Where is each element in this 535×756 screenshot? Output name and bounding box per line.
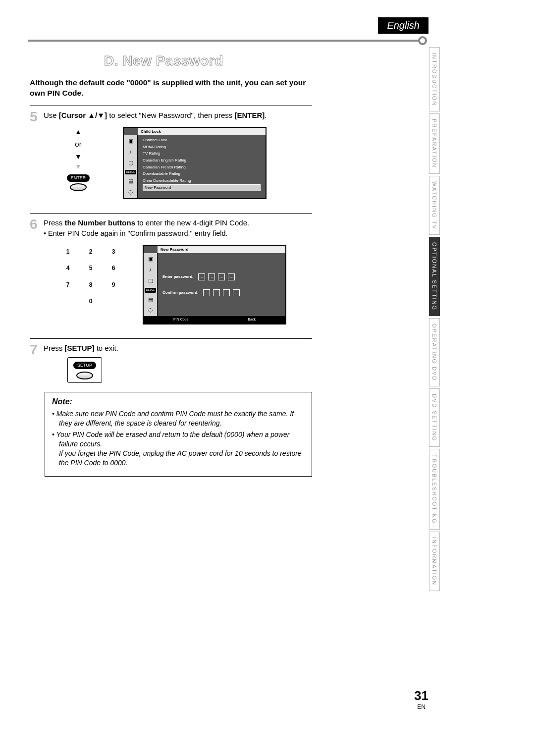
enter-label: [ENTER]	[234, 111, 265, 119]
tv-screen-newpassword: New Password ▣ ♪ ▢ DETAIL ▤ ◌ Enter	[143, 245, 286, 324]
screen-title: New Password	[158, 246, 285, 254]
pin-box: –	[223, 289, 230, 296]
key-8: 8	[86, 281, 95, 289]
number-keypad-diagram: 1 2 3 4 5 6 7 8 9 0	[63, 245, 118, 306]
section-tabs: INTRODUCTION PREPARATION WATCHING TV OPT…	[429, 47, 442, 593]
screen-sidebar: ▣ ♪ ▢ DETAIL ▤ ◌	[124, 135, 138, 198]
menu-item-selected: New Password	[143, 184, 261, 191]
menu-item: Downloadable Rating	[143, 171, 261, 177]
note-line: Your PIN Code will be erased and return …	[56, 431, 290, 448]
text: to enter the new 4-digit PIN Code.	[135, 218, 249, 227]
setup-label-icon: SETUP	[73, 362, 96, 369]
note-box: Note: Make sure new PIN Code and confirm…	[45, 392, 312, 477]
disk-icon: ◌	[148, 306, 153, 314]
key-1: 1	[63, 248, 72, 256]
key-3: 3	[109, 248, 118, 256]
tab-introduction: INTRODUCTION	[429, 47, 440, 111]
flag-icon: ▢	[148, 277, 153, 285]
section-heading: D. New Password	[104, 53, 515, 69]
menu-item: TV Rating	[143, 151, 261, 157]
step-6: 6 Press the Number buttons to enter the …	[30, 217, 312, 333]
or-label: or	[63, 139, 93, 150]
text: .	[265, 111, 267, 119]
down-arrow-dim-icon: ▼	[63, 162, 93, 171]
confirm-password-row: Confirm password. – – – –	[162, 289, 280, 296]
text: to select "New Password", then press	[107, 111, 234, 119]
setup-button-diagram: SETUP	[67, 357, 102, 383]
manual-page: English INTRODUCTION PREPARATION WATCHIN…	[0, 0, 535, 756]
step-number: 6	[30, 217, 44, 333]
figure-row: 1 2 3 4 5 6 7 8 9 0 New Password ▣	[63, 245, 312, 324]
step-7: 7 Press [SETUP] to exit. SETUP	[30, 343, 312, 383]
page-footer: 31 EN	[414, 688, 428, 710]
text: to exit.	[95, 344, 118, 352]
note-bullet: Your PIN Code will be erased and return …	[52, 430, 305, 468]
tab-watching-tv: WATCHING TV	[429, 176, 440, 235]
tv-screen-childlock: Child Lock ▣ ♪ ▢ DETAIL ▤ ◌ Channel Lock	[123, 127, 267, 200]
text: Press	[44, 344, 65, 352]
pin-box: –	[198, 273, 205, 280]
screen-sidebar: ▣ ♪ ▢ DETAIL ▤ ◌	[144, 253, 158, 316]
step-text: Press [SETUP] to exit. SETUP	[44, 343, 312, 383]
menu-item: MPAA Rating	[143, 144, 261, 150]
step-divider	[30, 338, 312, 339]
pa-icon: ▣	[128, 137, 133, 145]
doc-icon: ▤	[128, 177, 133, 185]
enter-button-icon: ENTER	[67, 174, 90, 182]
section-intro: Although the default code "0000" is supp…	[30, 78, 307, 99]
key-7: 7	[63, 281, 72, 289]
key-2: 2	[86, 248, 95, 256]
menu-item: Canadian French Rating	[143, 164, 261, 170]
step-divider	[30, 106, 312, 106]
menu-item: Canadian English Rating	[143, 158, 261, 163]
cursor-label: [Cursor ▲/▼]	[59, 111, 107, 119]
step-text: Press the Number buttons to enter the ne…	[44, 217, 312, 333]
pin-box: –	[203, 289, 210, 296]
key-icon: ♪	[149, 266, 152, 274]
tab-optional-setting: OPTIONAL SETTING	[429, 237, 440, 316]
disk-icon: ◌	[128, 188, 133, 196]
screen-title: Child Lock	[138, 128, 266, 136]
up-arrow-icon: ▲	[63, 127, 93, 137]
page-lang-code: EN	[414, 703, 426, 710]
key-5: 5	[86, 264, 95, 272]
page-number: 31	[414, 688, 428, 703]
down-arrow-icon: ▼	[63, 152, 93, 162]
pin-box: –	[218, 273, 225, 280]
footer-pincode: PIN Code	[173, 317, 188, 322]
footer-back: Back	[248, 317, 256, 322]
doc-icon: ▤	[148, 296, 153, 304]
step-divider	[30, 213, 312, 214]
step-5: 5 Use [Cursor ▲/▼] to select "New Passwo…	[30, 110, 312, 208]
step-number: 5	[30, 110, 44, 208]
password-entry: Enter password. – – – – Confirm password…	[158, 253, 285, 316]
bold-text: [SETUP]	[65, 344, 95, 352]
menu-item: Channel Lock	[143, 137, 261, 143]
key-0: 0	[86, 297, 95, 306]
step-number: 7	[30, 343, 44, 383]
language-tab: English	[378, 17, 428, 34]
bold-text: the Number buttons	[65, 218, 136, 227]
text: Press	[44, 218, 65, 227]
note-line: If you forget the PIN Code, unplug the A…	[59, 449, 302, 467]
enter-password-row: Enter password. – – – –	[162, 273, 280, 280]
key-icon: ♪	[129, 148, 132, 156]
menu-item: Clear Downloadable Rating	[143, 178, 261, 184]
tab-operating-dvd: OPERATING DVD	[429, 318, 440, 386]
key-9: 9	[109, 281, 118, 289]
header-dot	[418, 36, 427, 45]
oval-button-icon	[70, 183, 87, 191]
tab-troubleshooting: TROUBLESHOOTING	[429, 449, 440, 530]
key-4: 4	[63, 264, 72, 272]
text: Use	[44, 111, 59, 119]
note-title: Note:	[52, 397, 305, 406]
key-6: 6	[109, 264, 118, 272]
detail-badge: DETAIL	[125, 170, 136, 174]
oval-button-icon	[76, 372, 93, 379]
bullet-text: Enter PIN Code again in "Confirm passwor…	[44, 228, 312, 239]
pin-box: –	[233, 289, 240, 296]
label: Enter password.	[162, 274, 193, 280]
pin-box: –	[213, 289, 220, 296]
pin-box: –	[228, 273, 235, 280]
tab-preparation: PREPARATION	[429, 113, 440, 173]
